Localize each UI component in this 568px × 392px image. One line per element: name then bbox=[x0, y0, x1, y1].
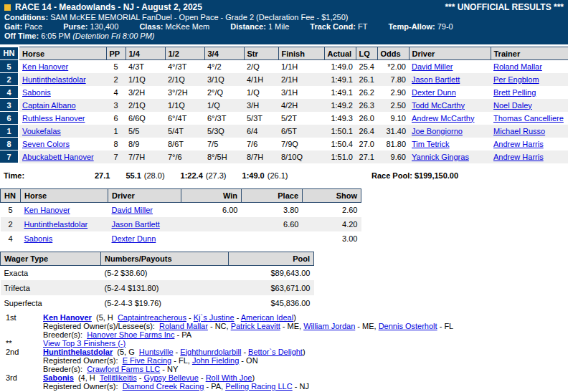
hn-cell: 2 bbox=[0, 73, 19, 86]
lq-cell: 26.0 bbox=[356, 112, 377, 125]
finisher-text: - bbox=[186, 313, 194, 322]
wager-col-pool: Pool bbox=[229, 252, 314, 265]
finisher-line: 2ndHuntinthelastdolar (5, G Huntsville -… bbox=[0, 348, 568, 356]
horse-link[interactable]: Ken Hanover bbox=[22, 62, 68, 71]
driver-link[interactable]: Andrew McCarthy bbox=[412, 114, 474, 123]
payout-horse-cell: Sabonis bbox=[21, 231, 108, 246]
q3-cell: 1/Q bbox=[204, 99, 244, 112]
hn-cell: 6 bbox=[0, 112, 19, 125]
payout-driver-link[interactable]: David Miller bbox=[112, 206, 153, 214]
driver-link[interactable]: David Miller bbox=[412, 62, 453, 71]
pedigree-link[interactable]: William Jordan bbox=[303, 322, 355, 330]
pedigree-link[interactable]: Crawford Farms LLC bbox=[87, 365, 160, 373]
pedigree-link[interactable]: Diamond Creek Racing bbox=[123, 382, 204, 391]
horse-link[interactable]: Captain Albano bbox=[22, 101, 76, 110]
finisher-text: ) bbox=[293, 313, 296, 322]
lq-cell: 26.3 bbox=[356, 99, 377, 112]
str-cell: 4/1H bbox=[244, 73, 278, 86]
trainer-link[interactable]: Roland Mallar bbox=[493, 62, 542, 71]
finisher-line: 3rdSabonis (4, H Tellitlikeitis - Gypsy … bbox=[0, 373, 568, 382]
str-cell: 7/6 bbox=[244, 138, 278, 150]
horse-link[interactable]: Seven Colors bbox=[22, 140, 70, 148]
trainer-link[interactable]: Michael Russo bbox=[493, 127, 545, 135]
pedigree-link[interactable]: American Ideal bbox=[241, 313, 293, 322]
payout-col-horse: Horse bbox=[21, 189, 108, 203]
pedigree-link[interactable]: Gypsy Bellevue bbox=[143, 373, 198, 382]
finisher-text: - bbox=[174, 348, 181, 356]
trainer-link[interactable]: Andrew Harris bbox=[493, 153, 544, 161]
finisher-text: - PA bbox=[174, 330, 191, 339]
horse-link[interactable]: Abuckabett Hanover bbox=[22, 153, 94, 161]
finisher-text: - bbox=[241, 348, 248, 356]
pedigree-link[interactable]: Eighthunrdolarbill bbox=[180, 348, 241, 356]
payout-horse-link[interactable]: Huntinthelastdolar bbox=[24, 220, 88, 229]
pedigree-link[interactable]: View Top 3 Finishers (-) bbox=[43, 339, 126, 348]
pedigree-link[interactable]: John Fielding bbox=[192, 356, 239, 365]
finisher-horse-link[interactable]: Ken Hanover bbox=[43, 313, 92, 322]
pedigree-link[interactable]: Tellitlikeitis bbox=[100, 373, 137, 382]
pp-cell: 5 bbox=[106, 60, 126, 73]
off-time-value: 6:05 PM bbox=[41, 32, 70, 40]
q2-cell: 6°/4T bbox=[165, 112, 204, 125]
driver-link[interactable]: Yannick Gingras bbox=[412, 153, 469, 161]
pedigree-link[interactable]: Roland Mallar bbox=[159, 322, 208, 330]
payout-horse-link[interactable]: Ken Hanover bbox=[24, 206, 70, 214]
trainer-cell: Noel Daley bbox=[491, 99, 568, 112]
payout-horse-cell: Ken Hanover bbox=[21, 203, 108, 217]
horse-cell: Huntinthelastdolar bbox=[19, 73, 106, 86]
driver-link[interactable]: Tim Tetrick bbox=[412, 140, 450, 148]
results-row: 8Seven Colors88/98/6T7/57/67/9Q1:50.427.… bbox=[0, 138, 568, 150]
trainer-link[interactable]: Noel Daley bbox=[493, 101, 532, 110]
driver-link[interactable]: Jason Bartlett bbox=[412, 75, 460, 84]
pedigree-link[interactable]: E Five Racing bbox=[123, 356, 171, 365]
col-header-half: 1/2 bbox=[165, 47, 204, 60]
finisher-text: - FL bbox=[437, 322, 454, 330]
horse-link[interactable]: Sabonis bbox=[22, 88, 51, 97]
finisher-content: Sabonis (4, H Tellitlikeitis - Gypsy Bel… bbox=[43, 373, 255, 382]
horse-link[interactable]: Huntinthelastdolar bbox=[22, 75, 86, 84]
hn-cell: 3 bbox=[0, 99, 19, 112]
finisher-line: **View Top 3 Finishers (-) bbox=[0, 339, 568, 348]
payout-horse-link[interactable]: Sabonis bbox=[24, 234, 53, 243]
pp-cell: 4 bbox=[106, 86, 126, 99]
driver-cell: Joe Bongiorno bbox=[409, 125, 491, 138]
actual-cell: 1:50.1 bbox=[324, 125, 356, 138]
pedigree-link[interactable]: Hanover Shoe Farms Inc bbox=[87, 330, 174, 339]
col-header-odds: Odds bbox=[377, 47, 409, 60]
col-header-horse: Horse bbox=[19, 47, 106, 60]
pedigree-link[interactable]: Kj`s Justine bbox=[194, 313, 235, 322]
horse-link[interactable]: Voukefalas bbox=[22, 127, 61, 135]
split-time: 1:49.0 bbox=[242, 171, 265, 180]
pedigree-link[interactable]: Patrick Leavitt bbox=[231, 322, 280, 330]
horse-link[interactable]: Ruthless Hanover bbox=[22, 114, 85, 123]
payout-driver-link[interactable]: Jason Bartlett bbox=[112, 220, 160, 229]
driver-link[interactable]: Dexter Dunn bbox=[412, 88, 456, 97]
finisher-text: (5, H bbox=[92, 313, 118, 322]
payout-driver-link[interactable]: Dexter Dunn bbox=[112, 234, 156, 243]
payout-hn-cell: 4 bbox=[1, 231, 21, 246]
finisher-text: Breeder(s): bbox=[43, 330, 87, 339]
lq-cell: 27.1 bbox=[356, 150, 377, 163]
pedigree-link[interactable]: Bettor`s Delight bbox=[248, 348, 303, 356]
driver-link[interactable]: Todd McCarthy bbox=[412, 101, 465, 110]
trainer-link[interactable]: Thomas Cancelliere bbox=[493, 114, 564, 123]
trainer-link[interactable]: Per Engblom bbox=[493, 75, 539, 84]
payout-driver-cell: Jason Bartlett bbox=[108, 217, 181, 231]
pedigree-link[interactable]: Roll With Joe bbox=[206, 373, 252, 382]
pedigree-link[interactable]: Captaintreacherous bbox=[118, 313, 186, 322]
driver-link[interactable]: Joe Bongiorno bbox=[412, 127, 463, 135]
finisher-horse-link[interactable]: Sabonis bbox=[43, 373, 74, 382]
finisher-horse-link[interactable]: Huntinthelastdolar bbox=[43, 348, 113, 356]
pp-cell: 8 bbox=[106, 138, 126, 150]
finisher-text: - bbox=[137, 373, 144, 382]
pedigree-link[interactable]: Dennis Osterholt bbox=[379, 322, 437, 330]
show-cell: 2.60 bbox=[303, 203, 361, 217]
trainer-link[interactable]: Andrew Harris bbox=[493, 140, 544, 148]
trainer-link[interactable]: Brett Pelling bbox=[493, 88, 536, 97]
finisher-text: Registered Owner(s): bbox=[43, 382, 123, 391]
pedigree-link[interactable]: Huntsville bbox=[139, 348, 174, 356]
finisher-text: - PA, bbox=[204, 382, 225, 391]
pedigree-link[interactable]: Pelling Racing LLC bbox=[225, 382, 293, 391]
q1-cell: 4/3T bbox=[126, 60, 165, 73]
race-results-page: RACE 14 - Meadowlands - NJ - August 2, 2… bbox=[0, 0, 568, 392]
